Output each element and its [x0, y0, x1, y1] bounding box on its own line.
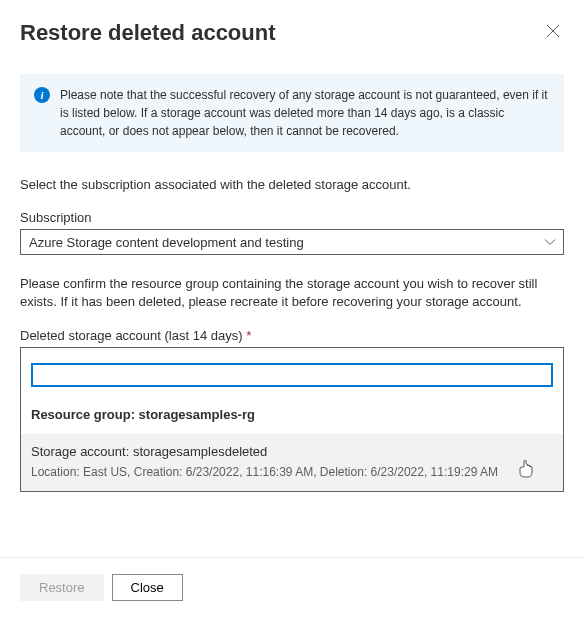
subscription-value: Azure Storage content development and te… — [29, 235, 304, 250]
subscription-label: Subscription — [20, 210, 564, 225]
dropdown-panel: Resource group: storagesamples-rg Storag… — [20, 353, 564, 492]
dropdown-option-title: Storage account: storagesamplesdeleted — [31, 444, 553, 459]
close-button[interactable]: Close — [112, 574, 183, 601]
dropdown-search-wrap — [21, 353, 563, 397]
restore-button[interactable]: Restore — [20, 574, 104, 601]
subscription-instruction: Select the subscription associated with … — [20, 176, 564, 194]
restore-dialog: Restore deleted account i Please note th… — [0, 0, 584, 617]
dropdown-option[interactable]: Storage account: storagesamplesdeleted L… — [21, 434, 563, 491]
info-notice: i Please note that the successful recove… — [20, 74, 564, 152]
required-asterisk: * — [246, 328, 251, 343]
dropdown-option-meta: Location: East US, Creation: 6/23/2022, … — [31, 465, 553, 479]
close-icon[interactable] — [542, 20, 564, 45]
deleted-account-label: Deleted storage account (last 14 days) * — [20, 328, 564, 343]
dropdown-search-input[interactable] — [31, 363, 553, 387]
dialog-footer: Restore Close — [0, 557, 584, 617]
dropdown-group-header: Resource group: storagesamples-rg — [21, 397, 563, 434]
info-text: Please note that the successful recovery… — [60, 86, 550, 140]
dialog-header: Restore deleted account — [20, 20, 564, 46]
resource-group-note: Please confirm the resource group contai… — [20, 275, 564, 311]
info-icon: i — [34, 87, 50, 103]
dialog-title: Restore deleted account — [20, 20, 276, 46]
subscription-select[interactable]: Azure Storage content development and te… — [20, 229, 564, 255]
